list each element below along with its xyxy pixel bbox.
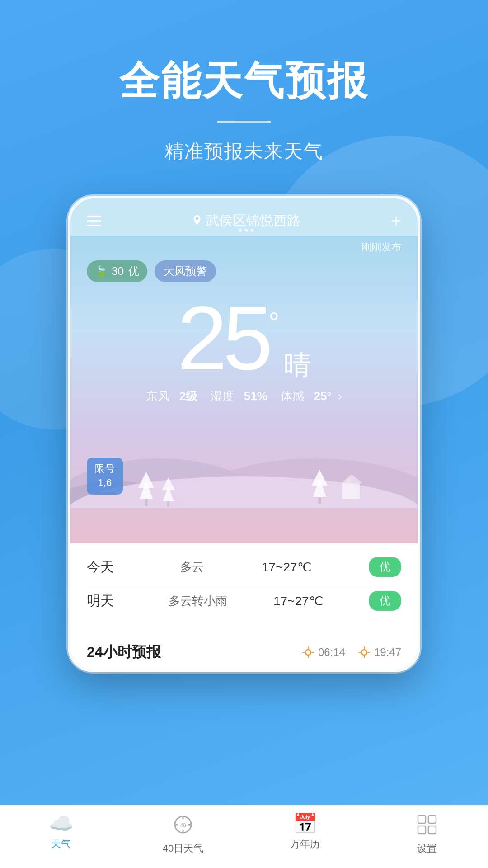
svg-rect-13	[318, 497, 321, 504]
humidity-label: 湿度	[211, 389, 234, 403]
publish-time: 刚刚发布	[87, 241, 401, 254]
location-text: 武侯区锦悦西路	[206, 212, 300, 230]
today-label: 今天	[87, 558, 123, 576]
nav-settings[interactable]: 设置	[400, 814, 454, 855]
header-section: 全能天气预报 精准预报未来天气	[0, 0, 488, 164]
feel-label: 体感	[281, 389, 304, 403]
today-quality: 优	[369, 557, 401, 577]
svg-rect-34	[428, 816, 436, 823]
tomorrow-condition: 多云转小雨	[169, 593, 227, 609]
weather-description: 晴	[284, 347, 311, 384]
add-location-button[interactable]: +	[391, 211, 401, 231]
wind-humidity-row[interactable]: 东风 2级 湿度 51% 体感 25° ›	[87, 388, 401, 404]
calendar-nav-label: 万年历	[290, 837, 320, 851]
sunset-value: 19:47	[374, 646, 401, 659]
sub-title: 精准预报未来天气	[0, 139, 488, 164]
settings-nav-icon	[416, 814, 438, 838]
aqi-label: 优	[128, 264, 139, 278]
humidity-value: 51%	[244, 389, 267, 403]
today-condition: 多云	[180, 559, 204, 575]
nav-weather[interactable]: ☁️ 天气	[34, 814, 88, 855]
temperature-unit: °	[268, 307, 279, 338]
sunrise-value: 06:14	[318, 646, 345, 659]
settings-nav-label: 设置	[417, 842, 437, 855]
svg-rect-35	[418, 826, 426, 834]
today-temp: 17~27℃	[262, 560, 311, 575]
wind-level: 2级	[179, 389, 197, 403]
forecast24-title: 24小时预报	[87, 642, 161, 662]
calendar-nav-icon: 📅	[293, 814, 318, 834]
sunrise-time: 06:14	[302, 646, 345, 659]
bottom-nav: ☁️ 天气 40 40日天气 📅 万年历 设置	[0, 805, 488, 868]
aqi-row: 🍃 30 优 大风预警	[87, 260, 401, 282]
phone-mockup: 武侯区锦悦西路 + 刚刚发布 🍃 30 优	[68, 196, 420, 672]
nav-calendar[interactable]: 📅 万年历	[278, 814, 332, 855]
feel-temp: 25°	[314, 389, 331, 403]
aqi-badge: 🍃 30 优	[87, 260, 147, 282]
weather-nav-label: 天气	[51, 837, 71, 851]
svg-rect-7	[145, 499, 147, 506]
svg-rect-33	[418, 816, 426, 823]
phone-frame: 武侯区锦悦西路 + 刚刚发布 🍃 30 优	[68, 196, 420, 672]
temperature-section: 25 ° 晴	[87, 288, 401, 384]
phone-topbar: 武侯区锦悦西路 +	[70, 198, 418, 236]
wind-warning-badge[interactable]: 大风预警	[155, 260, 216, 282]
license-line1: 限号	[95, 462, 115, 476]
sun-times: 06:14 19:47	[302, 646, 401, 659]
license-badge: 限号 1,6	[87, 458, 123, 495]
temperature-value: 25	[177, 293, 268, 383]
svg-text:40: 40	[180, 822, 186, 829]
svg-rect-14	[342, 483, 360, 499]
nav-40day[interactable]: 40 40日天气	[156, 814, 210, 855]
tomorrow-temp: 17~27℃	[273, 594, 323, 609]
menu-icon[interactable]	[87, 216, 101, 226]
leaf-icon: 🍃	[95, 265, 107, 277]
sunset-time: 19:47	[358, 646, 401, 659]
today-forecast-row: 今天 多云 17~27℃ 优	[87, 557, 401, 577]
40day-nav-label: 40日天气	[163, 842, 203, 855]
tomorrow-label: 明天	[87, 592, 123, 610]
weather-content: 刚刚发布 🍃 30 优 大风预警 25 ° 晴	[70, 236, 418, 543]
main-title: 全能天气预报	[0, 54, 488, 108]
forecast24-section: 24小时预报 06:14	[70, 631, 418, 670]
aqi-value: 30	[112, 265, 124, 278]
tomorrow-forecast-row: 明天 多云转小雨 17~27℃ 优	[87, 591, 401, 611]
svg-rect-36	[428, 826, 436, 834]
wind-direction: 东风	[146, 389, 169, 403]
forecast-section: 今天 多云 17~27℃ 优 明天 多云转小雨 17~27℃ 优	[70, 543, 418, 631]
svg-point-22	[361, 650, 367, 655]
svg-point-0	[196, 217, 198, 220]
divider-line	[217, 121, 271, 123]
tomorrow-quality: 优	[369, 591, 401, 611]
weather-nav-icon: ☁️	[49, 814, 74, 834]
phone-inner: 武侯区锦悦西路 + 刚刚发布 🍃 30 优	[70, 198, 418, 670]
landscape-illustration: 限号 1,6	[70, 418, 418, 508]
license-line2: 1,6	[95, 476, 115, 490]
svg-point-17	[305, 650, 311, 655]
svg-rect-10	[167, 501, 169, 507]
40day-nav-icon: 40	[172, 814, 194, 838]
location-display[interactable]: 武侯区锦悦西路	[192, 212, 300, 230]
